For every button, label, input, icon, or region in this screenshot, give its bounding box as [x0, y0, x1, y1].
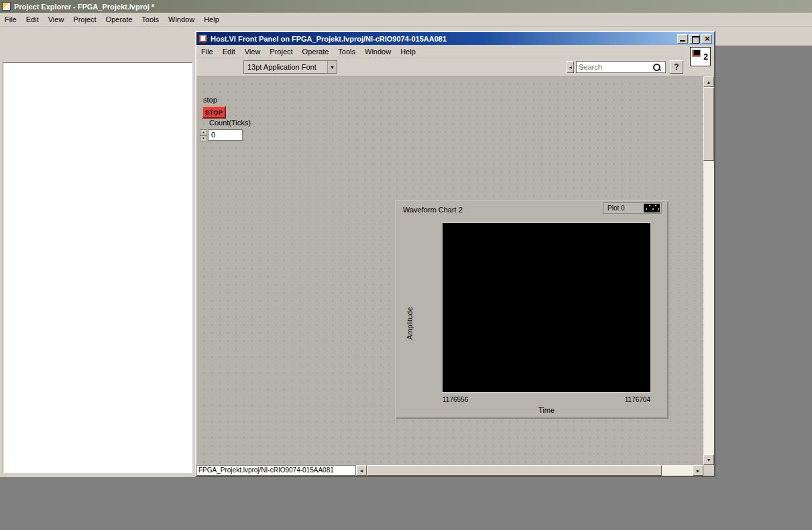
menu-tools[interactable]: Tools: [333, 46, 360, 57]
front-panel-titlebar[interactable]: Host.VI Front Panel on FPGA_Projekt.lvpr…: [196, 32, 714, 45]
scroll-right-icon[interactable]: ►: [693, 465, 703, 476]
help-button[interactable]: ?: [670, 60, 683, 74]
project-tree: [3, 62, 192, 473]
scroll-up-icon[interactable]: ▲: [703, 76, 714, 87]
indicators: [449, 77, 550, 127]
chart-legend[interactable]: Plot 0: [603, 202, 662, 214]
menu-tools[interactable]: Tools: [137, 14, 164, 25]
pe-tree-panel: [0, 61, 195, 477]
project-explorer-window-icon: [2, 2, 11, 11]
menu-project[interactable]: Project: [265, 46, 297, 57]
font-selector-value: 13pt Application Font: [247, 63, 316, 71]
menu-file[interactable]: File: [196, 46, 218, 57]
chevron-down-icon: ▼: [327, 61, 337, 73]
target-path-display: FPGA_Projekt.lvproj/NI-cRIO9074-015AA081: [196, 465, 356, 476]
decrement-icon[interactable]: ▼: [200, 135, 207, 141]
count-ticks-label: Count(Ticks): [209, 119, 251, 127]
stop-label: stop: [203, 96, 217, 104]
vertical-scrollbar[interactable]: ▲ ▼: [703, 76, 714, 465]
menu-file[interactable]: File: [0, 14, 21, 25]
fp-client: stop STOP Count(Ticks) ▲▼ 0 Waveform Cha…: [196, 76, 714, 476]
menu-operate[interactable]: Operate: [101, 14, 137, 25]
project-explorer-titlebar[interactable]: Project Explorer - FPGA_Projekt.lvproj *: [0, 0, 812, 13]
legend-plot-style-icon: [644, 204, 660, 212]
front-panel-canvas: stop STOP Count(Ticks) ▲▼ 0 Waveform Cha…: [196, 76, 703, 465]
vertical-scroll-thumb[interactable]: [703, 87, 714, 161]
pe-menubar: FileEditViewProjectOperateToolsWindowHel…: [0, 13, 812, 27]
legend-plot-name: Plot 0: [607, 204, 625, 212]
menu-window[interactable]: Window: [360, 46, 396, 57]
vi-window-icon: [198, 34, 207, 43]
window-buttons: [677, 34, 712, 44]
chart-plot-area: [442, 222, 651, 393]
search-input[interactable]: [579, 63, 652, 71]
waveform-chart: Waveform Chart 2 Plot 0 Amplitude 117655…: [395, 200, 667, 417]
pe-toolbar-buttons: [0, 27, 812, 28]
front-panel-window: Host.VI Front Panel on FPGA_Projekt.lvpr…: [195, 31, 715, 477]
chart-plot-svg: [443, 223, 650, 392]
pe-tabs: [0, 46, 195, 61]
vi-thumbnail-chart-icon: [692, 50, 701, 57]
x-axis-label: Time: [443, 406, 650, 414]
project-explorer-title: Project Explorer - FPGA_Projekt.lvproj *: [14, 3, 154, 11]
font-selector-dropdown[interactable]: 13pt Application Font ▼: [243, 60, 337, 74]
menu-view[interactable]: View: [240, 46, 266, 57]
menu-help[interactable]: Help: [199, 14, 224, 25]
vi-icon-thumbnail[interactable]: 2: [690, 47, 711, 66]
vi-thumbnail-badge: 2: [703, 52, 708, 62]
desktop: Project Explorer - FPGA_Projekt.lvproj *…: [0, 0, 812, 530]
count-ticks-control: ▲▼ 0: [200, 129, 243, 141]
scroll-left-icon[interactable]: ◄: [356, 465, 367, 476]
chart-title: Waveform Chart 2: [403, 206, 463, 214]
increment-icon[interactable]: ▲: [200, 129, 207, 135]
close-button[interactable]: [701, 34, 712, 44]
horizontal-scroll-thumb[interactable]: [367, 465, 662, 476]
menu-edit[interactable]: Edit: [218, 46, 240, 57]
scroll-down-icon[interactable]: ▼: [703, 454, 714, 465]
maximize-button[interactable]: [689, 34, 700, 44]
horizontal-scrollbar[interactable]: ◄ ►: [356, 465, 703, 476]
search-collapse-button[interactable]: ◂: [567, 61, 574, 73]
menu-view[interactable]: View: [44, 14, 69, 25]
fp-toolbar: 13pt Application Font ▼ ◂ ?: [196, 58, 714, 76]
search-icon: [652, 63, 661, 72]
front-panel-title: Host.VI Front Panel on FPGA_Projekt.lvpr…: [211, 35, 447, 43]
stop-button[interactable]: STOP: [202, 106, 226, 119]
menu-project[interactable]: Project: [68, 14, 101, 25]
count-ticks-input[interactable]: 0: [208, 129, 243, 141]
scrollbar-corner: [703, 465, 714, 476]
fp-menubar: FileEditViewProjectOperateToolsWindowHel…: [196, 45, 714, 58]
x-tick-max: 1176704: [443, 396, 650, 403]
menu-window[interactable]: Window: [164, 14, 199, 25]
menu-edit[interactable]: Edit: [21, 14, 44, 25]
increment-decrement-spinner[interactable]: ▲▼: [200, 129, 207, 141]
menu-help[interactable]: Help: [396, 46, 420, 57]
chart-y-ticks: [411, 223, 439, 392]
fp-bottom-bar: FPGA_Projekt.lvproj/NI-cRIO9074-015AA081…: [196, 465, 714, 476]
minimize-button[interactable]: [677, 34, 688, 44]
menu-operate[interactable]: Operate: [298, 46, 334, 57]
search-box: [576, 61, 666, 73]
